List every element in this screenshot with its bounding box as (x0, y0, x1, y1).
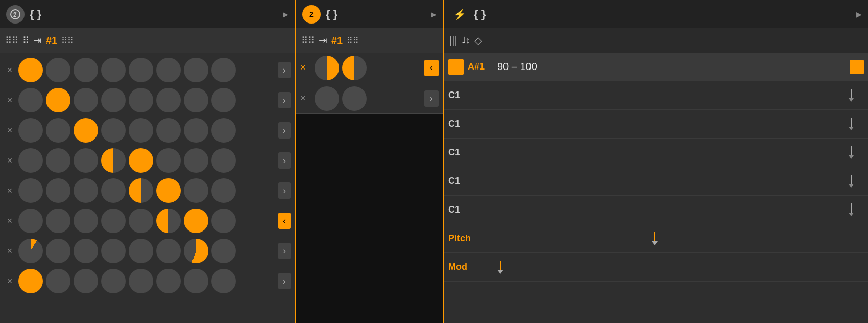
circle-cell[interactable] (18, 148, 43, 173)
mid-circle-1[interactable] (315, 56, 339, 80)
circle-cell[interactable] (129, 58, 153, 82)
row-arrow-1[interactable]: › (278, 62, 291, 78)
circle-cell[interactable] (156, 178, 181, 203)
circle-cell[interactable] (184, 58, 208, 82)
row-mute-2[interactable]: × (4, 95, 15, 106)
circle-cell[interactable] (129, 269, 153, 293)
circle-cell[interactable] (74, 269, 98, 293)
right-braces[interactable]: { } (474, 8, 486, 21)
circle-cell[interactable] (18, 269, 43, 293)
row-mute-5[interactable]: × (4, 186, 15, 196)
circle-cell[interactable] (101, 148, 126, 173)
left-dots-icon[interactable]: ⠿⠿ (5, 35, 18, 46)
mid-braces[interactable]: { } (326, 8, 337, 21)
circle-cell[interactable] (184, 88, 208, 112)
circle-cell[interactable] (101, 118, 126, 143)
row-arrow-6[interactable]: ‹ (278, 213, 291, 229)
circle-cell[interactable] (184, 118, 208, 143)
circle-cell[interactable] (101, 239, 126, 263)
mid-arrow-2[interactable]: › (424, 90, 439, 107)
circle-cell[interactable] (156, 58, 181, 82)
right-diamond-icon[interactable]: ◇ (474, 34, 482, 47)
row-mute-3[interactable]: × (4, 125, 15, 136)
circle-cell[interactable] (156, 88, 181, 112)
circle-cell[interactable] (18, 239, 43, 263)
slider-area-c1-4[interactable] (478, 167, 864, 195)
circle-cell[interactable] (156, 239, 181, 263)
slider-area-c1-3[interactable] (478, 139, 864, 167)
slider-area-c1-2[interactable] (478, 110, 864, 138)
circle-cell[interactable] (184, 239, 208, 263)
row-mute-7[interactable]: × (4, 246, 15, 257)
mid-grid-icon[interactable]: ⠿⠿ (347, 36, 359, 45)
circle-cell[interactable] (211, 209, 236, 233)
circle-cell[interactable] (156, 118, 181, 143)
row-arrow-8[interactable]: › (278, 273, 291, 289)
circle-cell[interactable] (18, 58, 43, 82)
right-bars-icon[interactable]: ||| (449, 35, 457, 47)
row-arrow-2[interactable]: › (278, 92, 291, 108)
circle-cell[interactable] (129, 88, 153, 112)
circle-cell[interactable] (18, 88, 43, 112)
mid-hash[interactable]: #1 (331, 35, 343, 47)
left-play[interactable]: ▶ (283, 10, 288, 18)
circle-cell[interactable] (74, 239, 98, 263)
right-icon-lightning[interactable]: ⚡ (450, 5, 469, 24)
circle-cell[interactable] (46, 209, 70, 233)
circle-cell[interactable] (184, 148, 208, 173)
circle-cell[interactable] (74, 118, 98, 143)
mid-circle-3[interactable] (315, 86, 339, 111)
mid-icon-loop[interactable]: 2 (302, 5, 321, 24)
slider-area-mod[interactable] (478, 253, 864, 281)
mid-mute-2[interactable]: × (300, 93, 311, 104)
note-square-as1[interactable] (850, 60, 864, 74)
mid-mute-1[interactable]: × (300, 62, 311, 73)
slider-area-c1-5[interactable] (478, 196, 864, 224)
circle-cell[interactable] (18, 178, 43, 203)
left-hash[interactable]: #1 (46, 35, 57, 47)
circle-cell[interactable] (211, 269, 236, 293)
row-mute-8[interactable]: × (4, 276, 15, 287)
circle-cell[interactable] (211, 118, 236, 143)
row-arrow-4[interactable]: › (278, 152, 291, 169)
circle-cell[interactable] (129, 118, 153, 143)
circle-cell[interactable] (74, 148, 98, 173)
circle-cell[interactable] (156, 209, 181, 233)
circle-cell[interactable] (46, 239, 70, 263)
circle-cell[interactable] (129, 178, 153, 203)
circle-cell[interactable] (156, 148, 181, 173)
circle-cell[interactable] (74, 88, 98, 112)
row-mute-1[interactable]: × (4, 65, 15, 76)
row-arrow-3[interactable]: › (278, 122, 291, 139)
circle-cell[interactable] (46, 148, 70, 173)
row-arrow-5[interactable]: › (278, 182, 291, 199)
slider-area-pitch[interactable] (478, 224, 864, 252)
circle-cell[interactable] (46, 118, 70, 143)
circle-cell[interactable] (184, 209, 208, 233)
circle-cell[interactable] (46, 58, 70, 82)
circle-cell[interactable] (211, 239, 236, 263)
left-arrow-in[interactable]: ⇥ (33, 34, 42, 47)
circle-cell[interactable] (46, 178, 70, 203)
circle-cell[interactable] (129, 148, 153, 173)
circle-cell[interactable] (184, 269, 208, 293)
mid-arrow-in[interactable]: ⇥ (319, 34, 327, 47)
circle-cell[interactable] (211, 58, 236, 82)
circle-cell[interactable] (101, 88, 126, 112)
circle-cell[interactable] (156, 269, 181, 293)
row-mute-4[interactable]: × (4, 155, 15, 166)
right-note-icon[interactable]: ♩↕ (462, 35, 470, 46)
circle-cell[interactable] (211, 88, 236, 112)
circle-cell[interactable] (74, 58, 98, 82)
circle-cell[interactable] (18, 118, 43, 143)
circle-cell[interactable] (101, 269, 126, 293)
circle-cell[interactable] (101, 58, 126, 82)
circle-cell[interactable] (46, 88, 70, 112)
circle-cell[interactable] (129, 209, 153, 233)
circle-cell[interactable] (101, 178, 126, 203)
circle-cell[interactable] (74, 178, 98, 203)
left-icon-loop[interactable]: 2 (6, 5, 25, 24)
circle-cell[interactable] (18, 209, 43, 233)
circle-cell[interactable] (211, 148, 236, 173)
mid-arrow-1[interactable]: ‹ (424, 60, 439, 76)
